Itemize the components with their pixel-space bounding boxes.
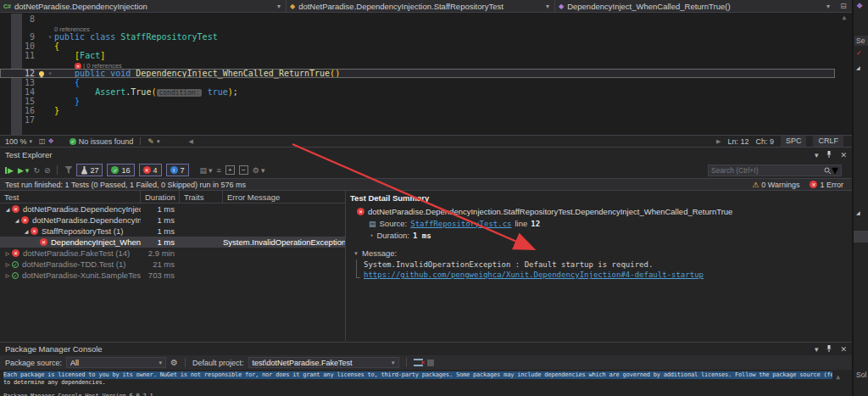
split-editor-icon[interactable]: ⊟ <box>835 2 852 10</box>
column-test[interactable]: Test <box>0 191 141 203</box>
class-dropdown[interactable]: ◆ dotNetParadise.DependencyInjection.Sta… <box>287 0 555 12</box>
fold-chevron-icon[interactable]: ▿ <box>46 34 54 41</box>
lightbulb-icon[interactable] <box>39 71 44 76</box>
horizontal-scroll-right-arrow[interactable]: ▶ <box>716 138 721 145</box>
search-input[interactable] <box>711 166 824 175</box>
clear-console-icon[interactable] <box>414 359 423 366</box>
package-source-dropdown[interactable]: All ▾ <box>66 357 166 368</box>
console-line[interactable]: to determine any dependencies. <box>3 379 852 387</box>
line-ending-indicator[interactable]: CRLF <box>813 136 843 147</box>
pin-icon[interactable] <box>826 344 832 354</box>
close-icon[interactable]: ✕ <box>840 151 847 159</box>
test-search-box[interactable]: ▾ <box>708 165 842 176</box>
console-scroll-up-arrow[interactable]: ▲ <box>836 373 840 381</box>
collapse-all-icon[interactable]: − <box>239 165 248 175</box>
test-tree-row[interactable]: ✕DependencyInject_WhenCalled...1 msSyste… <box>0 237 345 248</box>
stop-icon <box>427 360 434 366</box>
total-tests-badge[interactable]: 27 <box>76 164 103 176</box>
chevron-down-icon: ▾ <box>275 3 282 10</box>
code-line[interactable]: 11 [Fact] <box>0 51 852 60</box>
test-tree-row[interactable]: ▷✓dotNetParadise-Xunit.SampleTest (11)70… <box>0 270 345 281</box>
code-lens-line[interactable]: ✕| 0 references <box>0 60 852 69</box>
run-all-tests-icon[interactable]: ▶ <box>5 166 14 175</box>
zoom-level-dropdown[interactable]: 100 % ▾ <box>5 137 32 146</box>
cancel-run-icon[interactable]: ⊘ <box>44 166 51 175</box>
group-by-icon[interactable]: ▤▾ <box>200 166 213 175</box>
document-health-icon[interactable]: ◫ <box>39 137 46 145</box>
warnings-indicator[interactable]: ⚠0 Warnings <box>752 181 799 189</box>
expand-node-icon[interactable]: ▷ <box>3 250 12 256</box>
detail-test-name-row[interactable]: ✕ dotNetParadise.DependencyInjection.Sta… <box>357 207 852 216</box>
window-position-icon[interactable]: ▾ <box>815 345 819 354</box>
test-tree-row[interactable]: ▷✕dotNetParadise.FakeTest (14)2.9 min <box>0 248 345 259</box>
code-line[interactable]: 14 Assert.True(condition: true); <box>0 87 852 97</box>
horizontal-scroll-left-arrow[interactable]: ◀ <box>188 138 192 145</box>
code-cleanup-broom-icon[interactable]: ❖ <box>48 137 54 145</box>
console-line[interactable]: Each package is licensed to you by its o… <box>3 371 832 379</box>
member-dropdown[interactable]: ◆ DependencyInject_WhenCalled_ReturnTrue… <box>555 0 835 12</box>
test-tree-row[interactable]: ◢✕dotNetParadise.DependencyInjection ...… <box>0 204 345 215</box>
code-lens-line[interactable]: 0 references <box>0 24 852 32</box>
column-indicator[interactable]: Ch: 9 <box>755 137 774 146</box>
default-project-dropdown[interactable]: test\dotNetParadise.FakeTest ▾ <box>248 357 399 368</box>
notrun-tests-badge[interactable]: ! 7 <box>166 164 189 176</box>
help-url-link[interactable]: https://github.com/pengweiqhca/Xunit.Dep… <box>364 271 704 279</box>
column-traits[interactable]: Traits <box>180 191 223 203</box>
passed-tests-count: 16 <box>121 166 130 175</box>
chevron-down-icon: ▾ <box>30 138 33 145</box>
code-line[interactable]: 15 } <box>0 97 852 106</box>
test-tree[interactable]: Test Duration Traits Error Message ◢✕dot… <box>0 191 346 341</box>
test-tree-row[interactable]: ◢✕StaffRepositoryTest (1)1 ms <box>0 226 345 237</box>
test-tree-row[interactable]: ▷✓dotNetParadise-TDD.Test (1)21 ms <box>0 259 345 270</box>
passed-tests-badge[interactable]: ✓ 16 <box>107 164 134 176</box>
chevron-down-icon: ▾ <box>825 3 832 10</box>
errors-indicator[interactable]: ✕1 Error <box>810 181 843 189</box>
column-error-message[interactable]: Error Message <box>223 191 345 203</box>
code-editor[interactable]: 80 references9▿public class StaffReposit… <box>0 14 852 135</box>
run-tests-icon[interactable]: ▶▾ <box>18 166 29 175</box>
expand-node-icon[interactable]: ▷ <box>3 272 12 278</box>
code-cleanup-pen-icon[interactable]: ✎ <box>147 137 154 146</box>
code-text: 0 references <box>54 24 90 33</box>
collapse-node-icon[interactable]: ◢ <box>13 217 21 223</box>
line-number: 14 <box>0 87 36 97</box>
solution-explorer-sliver[interactable]: ❖ Se ✓ ◢ ◢ Sol <box>852 0 868 396</box>
code-line[interactable]: 13 { <box>0 78 852 87</box>
console-output[interactable]: Each package is licensed to you by its o… <box>0 370 852 396</box>
close-icon[interactable]: ✕ <box>840 345 847 354</box>
collapse-message-icon[interactable]: ▾ <box>350 250 362 257</box>
code-line[interactable]: 9▿public class StaffRepositoryTest <box>0 32 852 42</box>
expand-all-icon[interactable]: + <box>225 165 235 175</box>
failed-tests-badge[interactable]: ✕ 4 <box>139 164 162 176</box>
code-line[interactable]: 17 <box>0 115 852 125</box>
line-indicator[interactable]: Ln: 12 <box>727 137 748 146</box>
pin-icon[interactable] <box>826 150 832 160</box>
editor-status-bar: 100 % ▾ ◫ ❖ ✓ No issues found ✎ ▾ ◀ ▶ Ln… <box>0 135 852 147</box>
window-position-icon[interactable]: ▾ <box>815 151 819 159</box>
code-line[interactable]: 8 <box>0 14 852 24</box>
code-line[interactable]: 12▿ public void DependencyInject_WhenCal… <box>0 69 835 78</box>
spaces-indicator[interactable]: SPC <box>781 136 807 147</box>
fold-chevron-icon[interactable]: ▿ <box>46 70 54 77</box>
collapse-node-icon[interactable]: ◢ <box>3 206 12 212</box>
code-line[interactable]: 16} <box>0 106 852 115</box>
expand-node-icon[interactable]: ▷ <box>3 261 12 267</box>
source-file-link[interactable]: StaffRepositoryTest.cs <box>410 220 511 228</box>
editor-vertical-scrollbar[interactable]: ▲ <box>838 14 850 135</box>
default-project-label: Default project: <box>192 359 244 367</box>
line-number: 15 <box>0 97 36 106</box>
project-dropdown[interactable]: C# dotNetParadise.DependencyInjection ▾ <box>0 0 287 12</box>
hierarchy-icon[interactable]: ≡ <box>217 166 221 175</box>
settings-gear-icon[interactable]: ⚙▾ <box>253 166 265 175</box>
detail-message-row[interactable]: ▾ Message: <box>350 248 852 258</box>
repeat-last-run-icon[interactable]: ↻ <box>33 166 40 175</box>
column-duration[interactable]: Duration <box>141 191 180 203</box>
package-source-settings-icon[interactable]: ⚙ <box>170 358 178 367</box>
issues-status-text[interactable]: No issues found <box>79 137 134 146</box>
filter-icon[interactable] <box>64 166 72 174</box>
code-text: } <box>54 106 59 115</box>
collapse-node-icon[interactable]: ◢ <box>22 228 31 234</box>
code-line[interactable]: 10{ <box>0 42 852 51</box>
search-icon[interactable] <box>824 163 832 178</box>
test-tree-row[interactable]: ◢✕dotNetParadise.DependencyInjection1 ms <box>0 215 345 226</box>
